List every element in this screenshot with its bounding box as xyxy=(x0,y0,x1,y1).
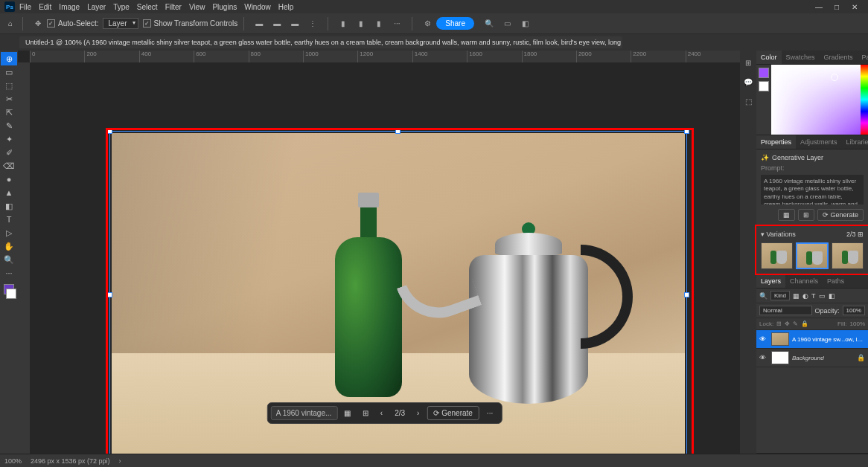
variations-grid-icon[interactable]: ⊞ xyxy=(858,231,864,238)
filter-pixel-icon[interactable]: ▦ xyxy=(793,292,800,300)
transform-handle-n[interactable] xyxy=(395,129,401,134)
hue-slider[interactable] xyxy=(861,65,868,135)
3d-mode-icon[interactable]: ⚙ xyxy=(421,18,433,30)
layer-name[interactable]: A 1960 vintage sw...ow, long shadows xyxy=(792,336,865,343)
transform-handle-ne[interactable] xyxy=(684,129,689,134)
eyedropper-tool[interactable]: ✎ xyxy=(1,119,17,132)
fill-input[interactable]: 100% xyxy=(850,321,865,327)
vertical-ruler[interactable] xyxy=(18,62,30,454)
variation-thumb-3[interactable] xyxy=(832,242,864,269)
prop-icon-2[interactable]: ⊞ xyxy=(798,209,814,221)
variations-title[interactable]: ▾ Variations xyxy=(761,231,796,238)
layer-thumbnail[interactable] xyxy=(771,351,789,364)
type-tool[interactable]: T xyxy=(1,213,17,226)
document-tab[interactable]: Untitled-1 @ 100% (A 1960 vintage metall… xyxy=(19,36,622,48)
menu-view[interactable]: View xyxy=(189,3,205,11)
gallery-icon[interactable]: ▦ xyxy=(339,407,355,419)
menu-layer[interactable]: Layer xyxy=(87,3,106,11)
search-icon[interactable]: 🔍 xyxy=(483,18,495,30)
horizontal-ruler[interactable]: 0 200 400 600 800 1000 1200 1400 1600 18… xyxy=(30,51,740,62)
dock-icon-3[interactable]: ⬚ xyxy=(742,95,754,107)
align-left-icon[interactable]: ▬ xyxy=(253,18,265,30)
generate-button[interactable]: ⟳ Generate xyxy=(427,406,479,420)
layer-row-generative[interactable]: 👁 A 1960 vintage sw...ow, long shadows xyxy=(756,330,868,349)
transform-handle-nw[interactable] xyxy=(107,129,112,134)
background-color-swatch[interactable] xyxy=(6,289,16,299)
next-variation-button[interactable]: › xyxy=(412,407,424,419)
move-tool-icon[interactable]: ✥ xyxy=(32,18,44,30)
path-tool[interactable]: ▷ xyxy=(1,226,17,239)
arrange-icon[interactable]: ◧ xyxy=(519,18,531,30)
tab-color[interactable]: Color xyxy=(756,51,782,64)
menu-window[interactable]: Window xyxy=(244,3,271,11)
align-bottom-icon[interactable]: ▮ xyxy=(373,18,385,30)
edit-toolbar-icon[interactable]: ··· xyxy=(1,266,17,280)
more-align-icon[interactable]: ··· xyxy=(391,18,403,30)
home-button[interactable]: ⌂ xyxy=(4,18,16,30)
distribute-icon[interactable]: ⋮ xyxy=(307,18,319,30)
auto-select-mode-dropdown[interactable]: Layer xyxy=(103,18,138,29)
prop-icon-1[interactable]: ▦ xyxy=(778,209,795,221)
align-middle-icon[interactable]: ▮ xyxy=(355,18,367,30)
menu-file[interactable]: File xyxy=(19,3,31,11)
dock-icon-1[interactable]: ⊞ xyxy=(742,57,754,68)
prompt-input[interactable]: A 1960 vintage... xyxy=(271,406,338,420)
prev-variation-button[interactable]: ‹ xyxy=(376,407,387,419)
move-tool[interactable]: ⊕ xyxy=(1,52,17,65)
taskbar-more-icon[interactable]: ··· xyxy=(482,407,497,419)
show-transform-checkbox[interactable] xyxy=(143,19,151,28)
lasso-tool[interactable]: ⬚ xyxy=(1,79,17,92)
zoom-tool[interactable]: 🔍 xyxy=(1,253,17,266)
filter-adjust-icon[interactable]: ◐ xyxy=(802,292,808,300)
align-center-icon[interactable]: ▬ xyxy=(271,18,283,30)
brush-tool[interactable]: ✐ xyxy=(1,146,17,159)
frame-tool[interactable]: ⇱ xyxy=(1,106,17,119)
zoom-level[interactable]: 100% xyxy=(4,457,22,465)
eraser-tool[interactable]: ⌫ xyxy=(1,159,17,173)
tab-adjustments[interactable]: Adjustments xyxy=(796,135,842,149)
menu-help[interactable]: Help xyxy=(278,3,294,11)
properties-generate-button[interactable]: ⟳ Generate xyxy=(817,209,864,221)
align-right-icon[interactable]: ▬ xyxy=(289,18,301,30)
color-bg-swatch[interactable] xyxy=(759,81,769,91)
thumbnails-icon[interactable]: ⊞ xyxy=(358,407,373,419)
tab-paths[interactable]: Paths xyxy=(823,274,849,288)
healing-tool[interactable]: ✦ xyxy=(1,132,17,146)
tab-layers[interactable]: Layers xyxy=(756,274,785,288)
layer-row-background[interactable]: 👁 Background 🔒 xyxy=(756,349,868,367)
dock-icon-2[interactable]: 💬 xyxy=(742,76,754,88)
menu-select[interactable]: Select xyxy=(137,3,158,11)
workspace-icon[interactable]: ▭ xyxy=(501,18,513,30)
layer-thumbnail[interactable] xyxy=(771,332,789,346)
tab-channels[interactable]: Channels xyxy=(785,274,823,288)
tab-gradients[interactable]: Gradients xyxy=(820,51,858,64)
status-arrow-icon[interactable]: › xyxy=(119,457,121,465)
gradient-tool[interactable]: ● xyxy=(1,173,17,186)
blend-mode-dropdown[interactable]: Normal xyxy=(759,306,812,315)
color-fg-swatch[interactable] xyxy=(759,68,769,78)
layer-visibility-icon[interactable]: 👁 xyxy=(759,335,768,343)
filter-shape-icon[interactable]: ▭ xyxy=(819,292,826,300)
lock-pos-icon[interactable]: ✥ xyxy=(785,321,790,327)
tab-libraries[interactable]: Libraries xyxy=(842,135,868,149)
window-maximize-button[interactable]: □ xyxy=(828,3,846,11)
lock-icon[interactable]: 🔒 xyxy=(801,321,808,327)
prompt-text[interactable]: A 1960 vintage metallic shiny silver tea… xyxy=(761,175,864,204)
lock-pixel-icon[interactable]: ✎ xyxy=(793,321,798,327)
filter-kind-dropdown[interactable]: Kind xyxy=(770,291,790,300)
tab-properties[interactable]: Properties xyxy=(756,135,796,149)
share-button[interactable]: Share xyxy=(436,17,474,30)
menu-type[interactable]: Type xyxy=(113,3,130,11)
variation-thumb-1[interactable] xyxy=(761,242,793,269)
menu-filter[interactable]: Filter xyxy=(165,3,182,11)
variation-thumb-2[interactable] xyxy=(796,242,829,269)
tab-swatches[interactable]: Swatches xyxy=(782,51,820,64)
align-top-icon[interactable]: ▮ xyxy=(337,18,349,30)
auto-select-checkbox[interactable] xyxy=(47,19,55,28)
filter-type-icon[interactable]: T xyxy=(811,292,816,300)
color-picker-field[interactable] xyxy=(771,65,861,135)
hand-tool[interactable]: ✋ xyxy=(1,239,17,253)
shape-tool[interactable]: ◧ xyxy=(1,199,17,213)
window-minimize-button[interactable]: — xyxy=(810,3,828,11)
pen-tool[interactable]: ▲ xyxy=(1,186,17,199)
